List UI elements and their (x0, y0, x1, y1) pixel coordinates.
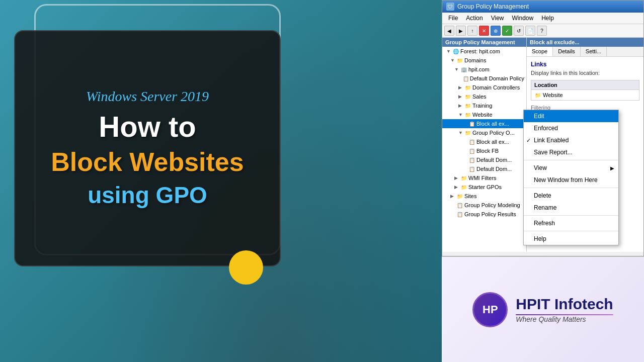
toolbar-btn-back[interactable]: ◀ (444, 26, 454, 36)
gpo-icon: 📋 (463, 75, 469, 82)
folder-small-icon: 📁 (534, 92, 541, 99)
ctx-separator-3 (524, 215, 618, 216)
tree-node-default-domain[interactable]: 📋 Default Domain Policy (442, 74, 526, 83)
tree-label: Group Policy Results (464, 211, 516, 217)
company-name: HPIT Infotech (516, 296, 613, 312)
ctx-item-save-report[interactable]: Save Report... (524, 146, 618, 158)
folder-icon: 📁 (460, 174, 467, 182)
domain-icon: 🏢 (460, 66, 467, 73)
logo-text: HP (482, 303, 498, 316)
tree-header: Group Policy Management (442, 38, 526, 47)
expand-icon: ▶ (450, 194, 455, 199)
tree-node-gpo-folder[interactable]: ▼ 📁 Group Policy O... (442, 128, 526, 137)
expand-icon: ▼ (458, 130, 463, 135)
tab-details[interactable]: Details (553, 47, 581, 56)
tree-node-gp-results[interactable]: 📋 Group Policy Results (442, 210, 526, 219)
tree-label: Default Dom... (476, 157, 512, 163)
ctx-label: View (534, 164, 547, 171)
tree-node-gp-modeling[interactable]: 📋 Group Policy Modeling (442, 201, 526, 210)
ctx-item-edit[interactable]: Edit (524, 110, 618, 122)
tree-node-hpit[interactable]: ▼ 🏢 hpit.com (442, 65, 526, 74)
brand-logo: HP (472, 292, 508, 327)
ctx-item-refresh[interactable]: Refresh (524, 217, 618, 229)
expand-icon: ▼ (450, 58, 455, 63)
menu-action[interactable]: Action (462, 14, 487, 23)
tab-scope[interactable]: Scope (527, 47, 553, 56)
menu-bar: File Action View Window Help (442, 13, 643, 24)
tab-settings[interactable]: Setti... (581, 47, 607, 56)
folder-icon: 📁 (460, 184, 467, 191)
tree-label: Website (472, 112, 493, 118)
branding-area: HP HPIT Infotech Where Quality Matters (442, 256, 644, 362)
tree-node-wmi[interactable]: ▶ 📁 WMI Filters (442, 173, 526, 183)
gpo-icon: 📋 (468, 165, 475, 172)
tree-node-sites[interactable]: ▶ 📁 Sites (442, 192, 526, 201)
tree-node-block-fb[interactable]: 📋 Block FB (442, 146, 526, 155)
toolbar-btn-up[interactable]: ↑ (467, 26, 477, 36)
tree-node-domains[interactable]: ▼ 📁 Domains (442, 56, 526, 65)
ctx-label: Save Report... (534, 149, 573, 156)
table-cell-text: Website (543, 92, 563, 98)
tree-node-default-dom-2[interactable]: 📋 Default Dom... (442, 164, 526, 173)
expand-icon: ▶ (454, 175, 459, 180)
ctx-label: Help (534, 235, 546, 242)
menu-view[interactable]: View (487, 14, 508, 23)
expand-icon: ▼ (446, 49, 451, 54)
brand-text-block: HPIT Infotech Where Quality Matters (516, 296, 613, 323)
toolbar-btn-refresh[interactable]: ↺ (514, 26, 524, 36)
title-card: Windows Server 2019 How to Block Website… (14, 30, 281, 266)
toolbar-btn-forward[interactable]: ▶ (456, 26, 466, 36)
tree-label: Default Dom... (476, 166, 512, 172)
tree-node-website[interactable]: ▼ 📁 Website (442, 110, 526, 119)
toolbar-btn-red[interactable]: ✕ (479, 26, 489, 36)
expand-icon: ▶ (454, 185, 459, 190)
gpo-icon: 📋 (456, 211, 463, 218)
tree-node-starter[interactable]: ▶ 📁 Starter GPOs (442, 183, 526, 192)
links-title: Links (531, 61, 639, 68)
toolbar-btn-help[interactable]: ? (537, 26, 547, 36)
gpo-icon: 📋 (468, 138, 475, 145)
ctx-item-delete[interactable]: Delete (524, 190, 618, 202)
menu-window[interactable]: Window (508, 14, 538, 23)
tree-node-block-all-2[interactable]: 📋 Block all ex... (442, 137, 526, 146)
tree-node-training[interactable]: ▶ 📁 Training (442, 101, 526, 110)
toolbar-btn-green[interactable]: ✓ (502, 26, 512, 36)
toolbar-btn-export[interactable]: 📄 (525, 26, 535, 36)
tree-label: WMI Filters (468, 175, 497, 181)
tree-label: Block FB (476, 148, 499, 154)
context-menu: Edit Enforced ✓ Link Enabled Save Report… (523, 110, 619, 245)
ctx-item-link-enabled[interactable]: ✓ Link Enabled (524, 134, 618, 146)
menu-help[interactable]: Help (537, 14, 558, 23)
expand-icon: ▶ (458, 103, 463, 108)
tree-node-default-dom-1[interactable]: 📋 Default Dom... (442, 155, 526, 164)
menu-file[interactable]: File (444, 14, 462, 23)
ctx-item-enforced[interactable]: Enforced (524, 122, 618, 134)
tree-label: Domains (464, 57, 486, 63)
block-websites-text: Block Websites (51, 148, 244, 176)
ctx-item-rename[interactable]: Rename (524, 202, 618, 214)
tree-node-block-all-selected[interactable]: 📋 Block all ex... (442, 119, 526, 128)
folder-icon: 📁 (464, 102, 471, 109)
toolbar: ◀ ▶ ↑ ✕ ⊕ ✓ ↺ 📄 ? (442, 24, 643, 38)
tree-label: Block all ex... (476, 121, 509, 127)
ctx-item-new-window[interactable]: New Window from Here (524, 174, 618, 186)
toolbar-btn-blue[interactable]: ⊕ (491, 26, 501, 36)
app-icon: 🛡 (446, 3, 454, 11)
tree-label: hpit.com (468, 66, 490, 72)
tree-label: Training (472, 103, 492, 109)
ctx-item-view[interactable]: View ▶ (524, 162, 618, 174)
ctx-label: Link Enabled (534, 137, 569, 144)
subtitle-text: Windows Server 2019 (86, 87, 209, 106)
tree-label: Domain Controllers (472, 84, 520, 90)
detail-tabs: Scope Details Setti... (527, 47, 643, 57)
tree-label: Block all ex... (476, 139, 509, 145)
tree-node-dc[interactable]: ▶ 📁 Domain Controllers (442, 83, 526, 92)
tree-label: Sites (464, 193, 476, 199)
tree-node-forest[interactable]: ▼ 🌐 Forest: hpit.com (442, 47, 526, 56)
expand-icon: ▼ (454, 67, 459, 72)
tree-label: Forest: hpit.com (460, 48, 500, 54)
tree-node-sales[interactable]: ▶ 📁 Sales (442, 92, 526, 101)
table-row: 📁 Website (531, 90, 639, 101)
tree-label: Group Policy Modeling (464, 202, 520, 208)
ctx-item-help[interactable]: Help (524, 233, 618, 245)
